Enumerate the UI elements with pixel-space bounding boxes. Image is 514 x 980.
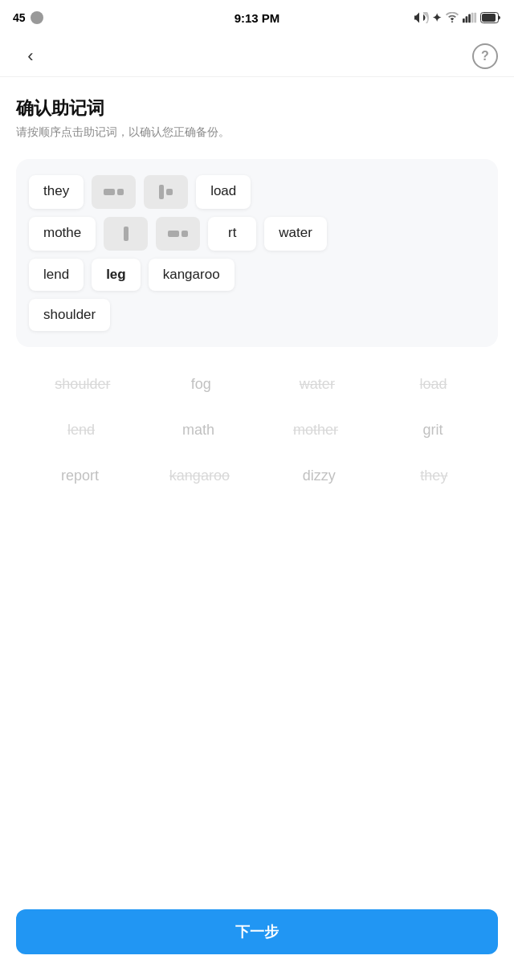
word-chip-water[interactable]: water — [264, 217, 327, 251]
option-math[interactable]: math — [166, 419, 230, 442]
nav-bar: ‹ ? — [0, 35, 514, 77]
status-time: 9:13 PM — [235, 11, 280, 25]
option-report[interactable]: report — [48, 464, 112, 488]
battery-icon — [480, 12, 501, 23]
option-water[interactable]: water — [285, 373, 349, 396]
options-area: shoulder fog water load lend math mother… — [16, 373, 498, 488]
svg-rect-3 — [471, 13, 474, 23]
svg-rect-1 — [466, 16, 468, 22]
next-button[interactable]: 下一步 — [16, 909, 498, 954]
option-lend[interactable]: lend — [49, 419, 113, 442]
selected-row-4: shoulder — [29, 299, 485, 331]
word-chip-blurred-1 — [92, 175, 136, 209]
word-chip-load[interactable]: load — [196, 175, 251, 209]
status-bar: 45 9:13 PM ✦ — [0, 0, 514, 35]
options-row-3: report kangaroo dizzy they — [22, 464, 492, 488]
options-row-2: lend math mother grit — [22, 419, 492, 442]
option-grit[interactable]: grit — [401, 419, 465, 442]
selected-row-3: lend leg kangaroo — [29, 259, 485, 291]
bottom-area: 下一步 — [0, 896, 514, 980]
word-chip-leg[interactable]: leg — [92, 259, 141, 291]
word-chip-kangaroo[interactable]: kangaroo — [149, 259, 235, 291]
status-circle-icon — [31, 11, 43, 24]
option-mother[interactable]: mother — [284, 419, 348, 442]
spacer — [0, 713, 514, 897]
page-subtitle: 请按顺序点击助记词，以确认您正确备份。 — [16, 125, 498, 140]
main-content: 确认助记词 请按顺序点击助记词，以确认您正确备份。 they load moth… — [0, 77, 514, 713]
selected-row-1: they load — [29, 175, 485, 209]
svg-rect-4 — [474, 13, 476, 23]
option-dizzy[interactable]: dizzy — [287, 464, 351, 488]
selected-row-2: mothe rt water — [29, 217, 485, 251]
page-title: 确认助记词 — [16, 96, 498, 120]
option-shoulder[interactable]: shoulder — [48, 373, 116, 396]
help-button[interactable]: ? — [472, 43, 498, 69]
option-fog[interactable]: fog — [169, 373, 233, 396]
wifi-icon — [445, 12, 459, 23]
word-chip-lend[interactable]: lend — [29, 259, 84, 291]
word-chip-blurred-4 — [156, 217, 200, 251]
svg-rect-6 — [482, 14, 496, 22]
svg-rect-2 — [468, 14, 471, 23]
bluetooth-icon: ✦ — [432, 11, 442, 24]
word-chip-blurred-3 — [104, 217, 148, 251]
option-they[interactable]: they — [402, 464, 466, 488]
options-row-1: shoulder fog water load — [22, 373, 492, 396]
signal-icon — [463, 12, 477, 23]
back-button[interactable]: ‹ — [16, 42, 45, 71]
option-load[interactable]: load — [402, 373, 466, 396]
volume-icon — [414, 12, 429, 23]
word-chip-mother[interactable]: mothe — [29, 217, 96, 251]
svg-rect-0 — [463, 18, 465, 22]
word-chip-they[interactable]: they — [29, 175, 84, 209]
option-kangaroo[interactable]: kangaroo — [163, 464, 236, 488]
word-chip-shoulder[interactable]: shoulder — [29, 299, 110, 331]
status-number: 45 — [13, 11, 26, 24]
word-chip-rt[interactable]: rt — [208, 217, 256, 251]
word-chip-blurred-2 — [144, 175, 188, 209]
status-icons: ✦ — [414, 11, 501, 24]
status-left: 45 — [13, 11, 43, 24]
selected-words-area: they load mothe rt — [16, 159, 498, 347]
